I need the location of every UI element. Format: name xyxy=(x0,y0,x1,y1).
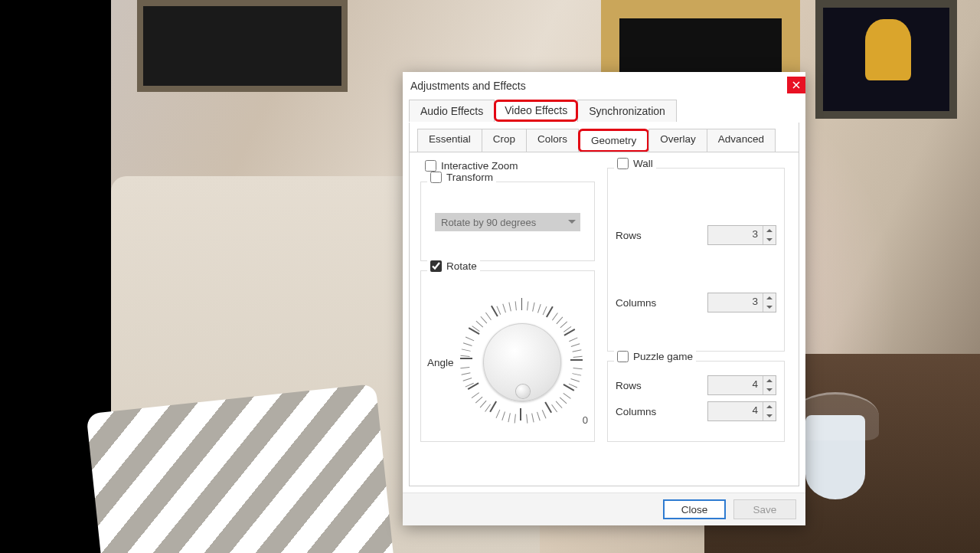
wall-group: Wall Rows 3 Columns 3 xyxy=(607,168,785,352)
puzzle-cols-label: Columns xyxy=(616,406,656,417)
rotate-checkbox[interactable]: Rotate xyxy=(427,260,480,272)
spin-up-icon[interactable] xyxy=(763,293,776,303)
close-icon[interactable] xyxy=(787,77,805,93)
puzzle-label: Puzzle game xyxy=(633,351,693,362)
wall-checkbox[interactable]: Wall xyxy=(614,158,656,169)
puzzle-rows-label: Rows xyxy=(616,380,642,391)
spin-down-icon[interactable] xyxy=(763,303,776,312)
wall-rows-input[interactable]: 3 xyxy=(707,225,776,245)
angle-label: Angle xyxy=(427,357,454,368)
close-button[interactable]: Close xyxy=(663,499,726,519)
wall-label: Wall xyxy=(633,158,653,169)
dialog-titlebar: Adjustments and Effects xyxy=(403,72,805,100)
spin-up-icon[interactable] xyxy=(763,376,776,385)
spin-down-icon[interactable] xyxy=(763,385,776,394)
geometry-panel: Interactive Zoom Transform Rotate by 90 … xyxy=(410,152,799,483)
spin-up-icon[interactable] xyxy=(763,226,776,235)
video-effects-subtabs: Essential Crop Colors Geometry Overlay A… xyxy=(410,129,799,152)
tab-audio-effects[interactable]: Audio Effects xyxy=(409,100,495,122)
save-button: Save xyxy=(733,499,796,519)
puzzle-group: Puzzle game Rows 4 Columns 4 xyxy=(607,361,785,442)
tab-synchronization[interactable]: Synchronization xyxy=(577,100,677,122)
interactive-zoom-label: Interactive Zoom xyxy=(441,160,518,172)
spin-down-icon[interactable] xyxy=(763,235,776,244)
transform-group: Transform Rotate by 90 degrees xyxy=(420,182,595,261)
wall-cols-input[interactable]: 3 xyxy=(707,293,776,312)
transform-select[interactable]: Rotate by 90 degrees xyxy=(435,213,580,231)
angle-dial[interactable]: 0 xyxy=(457,297,586,427)
transform-label: Transform xyxy=(446,172,493,183)
main-tabstrip: Audio Effects Video Effects Synchronizat… xyxy=(403,100,805,123)
tab-overlay[interactable]: Overlay xyxy=(648,129,707,152)
tab-video-effects[interactable]: Video Effects xyxy=(494,100,578,122)
angle-zero-label: 0 xyxy=(583,414,588,426)
interactive-zoom-checkbox[interactable]: Interactive Zoom xyxy=(425,160,518,172)
dialog-button-bar: Close Save xyxy=(403,492,805,525)
video-effects-panel: Essential Crop Colors Geometry Overlay A… xyxy=(409,123,799,486)
tab-geometry[interactable]: Geometry xyxy=(578,129,649,152)
wall-rows-label: Rows xyxy=(616,230,642,241)
dialog-title: Adjustments and Effects xyxy=(410,80,526,92)
puzzle-cols-input[interactable]: 4 xyxy=(707,401,776,421)
tab-colors[interactable]: Colors xyxy=(526,129,579,152)
transform-checkbox[interactable]: Transform xyxy=(427,172,496,183)
puzzle-checkbox[interactable]: Puzzle game xyxy=(614,351,696,362)
rotate-group: Rotate Angle 0 xyxy=(420,270,595,442)
rotate-label: Rotate xyxy=(446,260,477,272)
spin-down-icon[interactable] xyxy=(763,411,776,420)
spin-up-icon[interactable] xyxy=(763,402,776,411)
puzzle-rows-input[interactable]: 4 xyxy=(707,375,776,395)
tab-crop[interactable]: Crop xyxy=(482,129,527,152)
tab-advanced[interactable]: Advanced xyxy=(707,129,776,152)
transform-select-value: Rotate by 90 degrees xyxy=(441,217,536,228)
wall-cols-label: Columns xyxy=(616,297,656,309)
tab-essential[interactable]: Essential xyxy=(417,129,482,152)
adjustments-effects-dialog: Adjustments and Effects Audio Effects Vi… xyxy=(403,72,805,525)
